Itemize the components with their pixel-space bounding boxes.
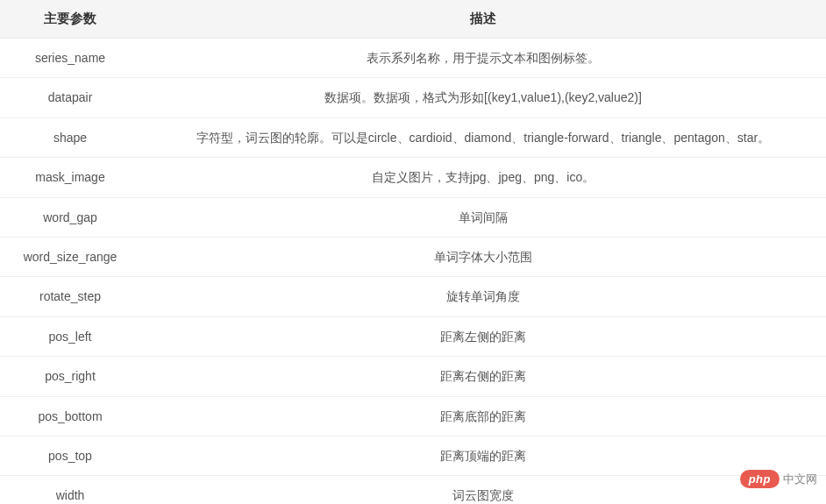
table-row: rotate_step 旋转单词角度	[0, 277, 826, 316]
params-table: 主要参数 描述 series_name 表示系列名称，用于提示文本和图例标签。 …	[0, 0, 826, 504]
watermark: php 中文网	[740, 470, 817, 488]
table-header-row: 主要参数 描述	[0, 0, 826, 39]
cell-param: mask_image	[0, 158, 140, 197]
cell-param: pos_bottom	[0, 396, 140, 436]
table-row: word_size_range 单词字体大小范围	[0, 237, 826, 276]
cell-desc: 距离顶端的距离	[140, 436, 826, 475]
cell-desc: 距离底部的距离	[140, 396, 826, 436]
cell-desc: 单词间隔	[140, 197, 826, 237]
header-desc: 描述	[140, 0, 826, 39]
cell-desc: 自定义图片，支持jpg、jpeg、png、ico。	[140, 158, 826, 197]
cell-param: datapair	[0, 78, 140, 117]
table-row: word_gap 单词间隔	[0, 197, 826, 237]
cell-param: rotate_step	[0, 277, 140, 316]
cell-desc: 旋转单词角度	[140, 277, 826, 316]
cell-param: pos_right	[0, 357, 140, 396]
table-row: width 词云图宽度	[0, 476, 826, 504]
table-row: pos_left 距离左侧的距离	[0, 316, 826, 356]
cell-param: shape	[0, 117, 140, 157]
header-param: 主要参数	[0, 0, 140, 39]
watermark-text: 中文网	[783, 472, 817, 487]
cell-param: word_size_range	[0, 237, 140, 276]
cell-param: word_gap	[0, 197, 140, 237]
table-row: series_name 表示系列名称，用于提示文本和图例标签。	[0, 39, 826, 78]
table-row: pos_bottom 距离底部的距离	[0, 396, 826, 436]
cell-param: pos_top	[0, 436, 140, 475]
table-row: datapair 数据项。数据项，格式为形如[(key1,value1),(ke…	[0, 78, 826, 117]
cell-desc: 表示系列名称，用于提示文本和图例标签。	[140, 39, 826, 78]
table-row: mask_image 自定义图片，支持jpg、jpeg、png、ico。	[0, 158, 826, 197]
cell-param: width	[0, 476, 140, 504]
table-row: pos_top 距离顶端的距离	[0, 436, 826, 475]
table-row: shape 字符型，词云图的轮廓。可以是circle、cardioid、diam…	[0, 117, 826, 157]
cell-desc: 词云图宽度	[140, 476, 826, 504]
cell-desc: 单词字体大小范围	[140, 237, 826, 276]
cell-param: series_name	[0, 39, 140, 78]
cell-desc: 距离右侧的距离	[140, 357, 826, 396]
cell-desc: 数据项。数据项，格式为形如[(key1,value1),(key2,value2…	[140, 78, 826, 117]
cell-desc: 距离左侧的距离	[140, 316, 826, 356]
watermark-badge: php	[740, 470, 780, 488]
cell-param: pos_left	[0, 316, 140, 356]
table-row: pos_right 距离右侧的距离	[0, 357, 826, 396]
cell-desc: 字符型，词云图的轮廓。可以是circle、cardioid、diamond、tr…	[140, 117, 826, 157]
